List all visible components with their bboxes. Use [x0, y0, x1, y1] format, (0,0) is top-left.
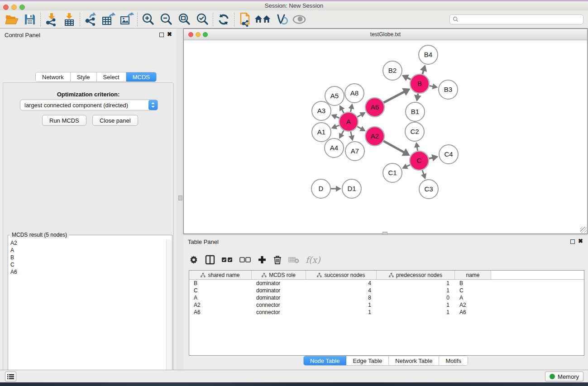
column-header-predecessor-nodes[interactable]: predecessor nodes: [377, 271, 455, 279]
table-cell[interactable]: 8: [306, 294, 377, 301]
mcds-result-item[interactable]: A: [9, 247, 167, 254]
mcds-result-item[interactable]: C: [9, 261, 167, 268]
run-mcds-button[interactable]: Run MCDS: [42, 115, 86, 126]
split-divider-handle[interactable]: [382, 232, 387, 235]
refresh-button[interactable]: [215, 11, 233, 28]
zoom-selected-button[interactable]: [193, 11, 211, 28]
select-all-columns-button[interactable]: [221, 257, 233, 262]
table-cell[interactable]: 1: [306, 309, 377, 316]
column-header-MCDS-role[interactable]: MCDS role: [252, 271, 306, 279]
zoom-out-button[interactable]: [157, 11, 175, 28]
tab-edge-table[interactable]: Edge Table: [346, 356, 389, 365]
close-panel-icon[interactable]: ✖: [578, 238, 583, 244]
close-panel-button[interactable]: Close panel: [92, 115, 138, 126]
minimize-network-icon[interactable]: [196, 32, 201, 37]
float-panel-icon[interactable]: [159, 33, 164, 37]
resize-gripper-icon[interactable]: [580, 227, 587, 233]
open-file-button[interactable]: [3, 11, 21, 28]
table-cell[interactable]: A6: [189, 309, 252, 316]
new-network-from-file-button[interactable]: [236, 11, 254, 28]
table-row[interactable]: Cdominator41C: [189, 287, 584, 294]
import-network-button[interactable]: [42, 11, 60, 28]
export-network-button[interactable]: [81, 11, 100, 28]
zoom-in-button[interactable]: [139, 11, 157, 28]
table-cell[interactable]: 1: [377, 309, 455, 316]
mcds-result-item[interactable]: A2: [9, 239, 167, 247]
export-image-button[interactable]: [118, 11, 136, 28]
memory-button[interactable]: Memory: [545, 372, 583, 381]
delete-column-button[interactable]: [273, 255, 282, 265]
split-divider-handle[interactable]: [178, 195, 182, 200]
table-cell[interactable]: A: [455, 294, 491, 301]
search-input[interactable]: [461, 16, 580, 23]
save-session-button[interactable]: [21, 11, 39, 28]
table-row[interactable]: Adominator80A: [189, 294, 584, 301]
table-cell[interactable]: 4: [306, 280, 377, 287]
table-cell[interactable]: 1: [377, 280, 455, 287]
tab-network[interactable]: Network: [36, 72, 71, 81]
column-header-successor-nodes[interactable]: successor nodes: [306, 271, 377, 279]
table-cell[interactable]: 4: [306, 287, 377, 294]
import-table-button[interactable]: [60, 11, 78, 28]
tab-network-table[interactable]: Network Table: [389, 356, 439, 365]
close-window-icon[interactable]: [3, 5, 9, 10]
table-cell[interactable]: 1: [377, 301, 455, 309]
table-cell[interactable]: A2: [455, 301, 491, 309]
unselect-all-columns-button[interactable]: [239, 257, 251, 262]
table-cell[interactable]: 1: [306, 301, 377, 309]
table-settings-button[interactable]: [189, 255, 199, 265]
table-cell[interactable]: dominator: [252, 294, 306, 301]
table-row[interactable]: A2connector11A2: [189, 301, 584, 309]
zoom-fit-button[interactable]: [175, 11, 193, 28]
table-row[interactable]: Bdominator41B: [189, 280, 584, 287]
column-header-name[interactable]: name: [455, 271, 491, 279]
network-graph[interactable]: B4B2BB3A8A5A6A3B1AA1C2A2A4A7C4CC1C3DD1: [184, 40, 587, 234]
title-bar[interactable]: Session: New Session: [0, 1, 588, 10]
table-cell[interactable]: B: [455, 280, 491, 287]
table-cell[interactable]: C: [189, 287, 252, 294]
delete-table-button[interactable]: [288, 256, 299, 263]
tab-select[interactable]: Select: [97, 72, 126, 81]
task-history-button[interactable]: [5, 372, 16, 381]
search-box[interactable]: [449, 14, 583, 24]
tab-motifs[interactable]: Motifs: [439, 356, 468, 365]
minimize-window-icon[interactable]: [11, 5, 17, 10]
table-cell[interactable]: connector: [252, 309, 306, 316]
maximize-network-icon[interactable]: [203, 32, 208, 37]
maximize-window-icon[interactable]: [19, 5, 25, 10]
graph-edge-A2-C[interactable]: [383, 141, 404, 153]
table-cell[interactable]: A: [189, 294, 252, 301]
mcds-result-item[interactable]: A6: [9, 268, 167, 276]
column-header-shared-name[interactable]: shared name: [189, 271, 252, 279]
close-panel-icon[interactable]: ✖: [167, 31, 172, 38]
close-network-icon[interactable]: [188, 32, 193, 37]
export-table-button[interactable]: [100, 11, 118, 28]
add-column-button[interactable]: [258, 255, 267, 264]
criterion-dropdown[interactable]: largest connected component (directed): [20, 100, 158, 110]
show-graphics-details-button[interactable]: [272, 11, 290, 28]
mcds-result-scrollbar[interactable]: [166, 239, 172, 386]
graph-edge-A6-B[interactable]: [383, 91, 405, 103]
table-cell[interactable]: A2: [189, 301, 252, 309]
table-cell[interactable]: A6: [455, 309, 491, 316]
tab-mcds[interactable]: MCDS: [126, 72, 156, 81]
table-cell[interactable]: dominator: [252, 287, 306, 294]
network-canvas[interactable]: B4B2BB3A8A5A6A3B1AA1C2A2A4A7C4CC1C3DD1: [184, 40, 587, 234]
network-window-titlebar[interactable]: testGlobe.txt: [184, 29, 587, 40]
function-builder-button[interactable]: f(x): [306, 255, 320, 265]
table-cell[interactable]: C: [455, 287, 491, 294]
tab-node-table[interactable]: Node Table: [304, 356, 347, 365]
mcds-result-list[interactable]: A2ABCA6: [9, 239, 167, 386]
tab-style[interactable]: Style: [71, 72, 97, 81]
table-cell[interactable]: dominator: [252, 280, 306, 287]
float-panel-icon[interactable]: [570, 239, 575, 244]
birds-eye-view-button[interactable]: [290, 11, 308, 28]
table-cell[interactable]: connector: [252, 301, 306, 309]
node-table[interactable]: shared nameMCDS rolesuccessor nodesprede…: [189, 270, 584, 356]
column-browser-button[interactable]: [205, 255, 215, 265]
table-cell[interactable]: 0: [377, 294, 455, 301]
mcds-result-item[interactable]: B: [9, 254, 167, 261]
table-cell[interactable]: 1: [377, 287, 455, 294]
home-pages-button[interactable]: [254, 11, 272, 28]
table-cell[interactable]: B: [189, 280, 252, 287]
